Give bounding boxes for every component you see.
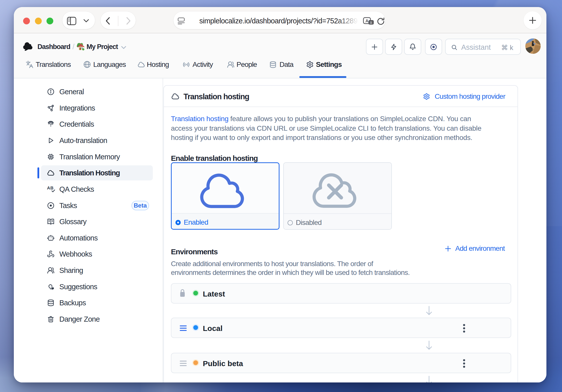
svg-text:文: 文: [370, 21, 373, 24]
svg-text:A: A: [365, 19, 368, 23]
svg-text:AB: AB: [47, 185, 54, 190]
